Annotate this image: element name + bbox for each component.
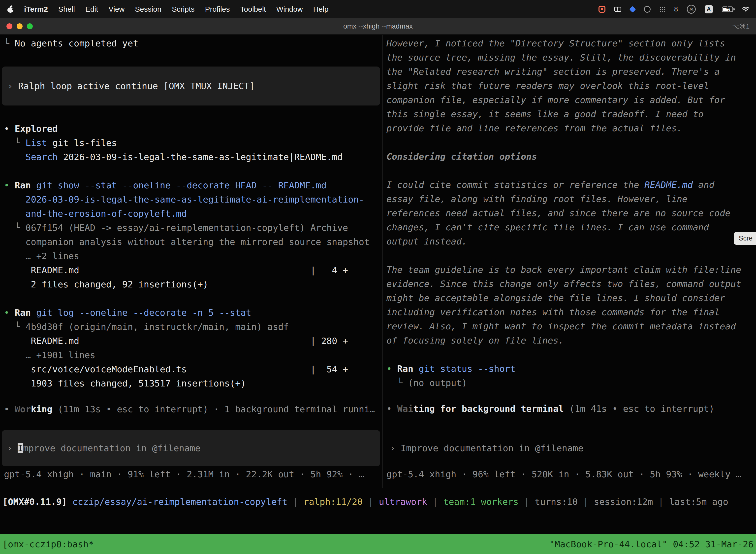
terminal-panes: └ No agents completed yet › Ralph loop a…	[0, 35, 756, 488]
terminal-line	[382, 135, 756, 150]
terminal-line: • Ran git status --short	[382, 362, 756, 376]
blue-app-icon[interactable]	[629, 6, 636, 13]
text-segment: Ralph loop active continue [OMX_TMUX_INJ…	[18, 81, 255, 91]
terminal-line: the "Related research writing" section i…	[382, 64, 756, 79]
text-segment: gpt-5.4 xhigh · main · 91% left · 2.31M …	[4, 469, 364, 479]
zoom-button[interactable]	[27, 23, 33, 29]
wifi-icon[interactable]	[742, 6, 750, 12]
text-segment: 1903 files changed, 513517 insertions(+)	[4, 378, 246, 388]
terminal-line	[0, 50, 382, 64]
text-segment: Ran	[15, 308, 31, 318]
text-segment: king	[31, 404, 52, 414]
terminal-line: Search 2026-03-09-is-legal-the-same-as-l…	[0, 150, 382, 164]
text-segment: review. Also, I might want to inspect th…	[386, 321, 736, 331]
right-terminal-pane[interactable]: However, I noticed the "Directory Struct…	[382, 35, 756, 488]
terminal-line: and-the-erosion-of-copyleft.md	[0, 207, 382, 221]
text-segment	[31, 308, 36, 318]
dark-app-icon[interactable]	[644, 6, 650, 13]
terminal-line: … +2 lines	[0, 249, 382, 263]
screen-share-edge-button[interactable]: Scre	[734, 232, 756, 245]
text-segment: including verification notes with those …	[386, 307, 720, 317]
text-segment: cczip/essay/ai-reimplementation-copyleft	[72, 497, 288, 507]
text-segment	[564, 403, 569, 414]
right-pane-output: However, I noticed the "Directory Struct…	[382, 36, 756, 390]
text-segment: ›	[7, 443, 18, 453]
terminal-line: … +1901 lines	[0, 348, 382, 362]
terminal-line: └ List git ls-files	[0, 136, 382, 150]
text-segment: README.md	[4, 265, 310, 275]
battery-icon[interactable]	[722, 6, 733, 12]
terminal-line: 2026-03-09-is-legal-the-same-as-legitima…	[0, 192, 382, 207]
terminal-line: this single essay, it seems like a good …	[382, 107, 756, 121]
right-session-status: gpt-5.4 xhigh · 96% left · 520K in · 5.8…	[382, 467, 756, 481]
inject-banner: › Ralph loop active continue [OMX_TMUX_I…	[2, 66, 380, 106]
left-prompt-text: › Improve documentation in @filename	[3, 441, 378, 455]
terminal-line: might be acceptable alongside the file l…	[382, 291, 756, 305]
text-segment: |	[427, 497, 443, 507]
text-segment: Explored	[15, 124, 58, 134]
left-prompt-input[interactable]: › Improve documentation in @filename	[2, 430, 380, 466]
text-segment: Search	[25, 152, 58, 162]
menu-item-session[interactable]: Session	[130, 5, 167, 13]
terminal-line: essay file, along with finding root file…	[382, 192, 756, 206]
window-tiling-icon[interactable]	[614, 7, 621, 12]
left-pane-output: └ No agents completed yet › Ralph loop a…	[0, 36, 382, 390]
terminal-line	[382, 248, 756, 263]
text-segment: and	[693, 180, 714, 190]
terminal-line: I could cite commit statistics or refere…	[382, 178, 756, 192]
menu-item-edit[interactable]: Edit	[80, 5, 104, 13]
text-segment: └	[4, 38, 15, 48]
window-title-bar[interactable]: omx --xhigh --madmax ⌥⌘1	[0, 18, 756, 35]
minimize-button[interactable]	[17, 23, 22, 29]
apple-menu-icon[interactable]	[7, 6, 13, 13]
text-segment: ›	[7, 81, 18, 91]
text-segment: Wai	[397, 403, 413, 414]
right-prompt-input[interactable]: › Improve documentation in @filename	[385, 430, 754, 466]
text-segment: |	[288, 497, 304, 507]
text-segment: •	[4, 124, 15, 134]
terminal-line: • Explored	[0, 122, 382, 136]
menu-item-scripts[interactable]: Scripts	[167, 5, 200, 13]
tmux-status-bar: [omx-cczip0:bash* "MacBook-Pro-44.local"…	[0, 534, 756, 554]
text-segment: README.md	[644, 180, 693, 190]
menu-item-help[interactable]: Help	[308, 5, 334, 13]
terminal-line: review. Also, I might want to inspect th…	[382, 319, 756, 333]
terminal-line	[0, 164, 382, 178]
text-segment	[4, 195, 25, 205]
text-segment: •	[386, 403, 397, 414]
dots-grid-icon[interactable]	[659, 6, 665, 12]
terminal-line: 2 files changed, 92 insertions(+)	[0, 277, 382, 291]
text-segment: of focusing solely on file lines.	[386, 335, 564, 345]
text-segment: Improve documentation in @filename	[400, 443, 583, 453]
left-terminal-pane[interactable]: └ No agents completed yet › Ralph loop a…	[0, 35, 382, 488]
terminal-line: • Ran git log --oneline --decorate -n 5 …	[0, 306, 382, 320]
stat-number-icon[interactable]: 8	[674, 5, 678, 13]
text-segment: … +2 lines	[4, 251, 79, 261]
terminal-line: evidence. Since this change only affects…	[382, 277, 756, 291]
gauge-icon[interactable]: .61	[687, 5, 696, 14]
menu-item-window[interactable]: Window	[271, 5, 308, 13]
terminal-line	[0, 291, 382, 306]
text-segment: |	[578, 497, 594, 507]
text-segment: this single essay, it seems like a good …	[386, 109, 704, 119]
text-segment: The team guideline is to back every impo…	[386, 265, 741, 275]
text-segment: provide file and line references from th…	[386, 123, 682, 133]
app-menu-items: iTerm2ShellEditViewSessionScriptsProfile…	[19, 5, 334, 13]
menu-item-iterm2[interactable]: iTerm2	[19, 5, 53, 13]
traffic-lights	[6, 23, 33, 29]
text-segment: last:5m ago	[669, 497, 728, 507]
terminal-line: Considering citation options	[382, 150, 756, 164]
text-segment: List	[25, 138, 47, 148]
menu-item-shell[interactable]: Shell	[53, 5, 80, 13]
text-segment: git show --stat --oneline --decorate HEA…	[36, 180, 326, 190]
menu-item-toolbelt[interactable]: Toolbelt	[235, 5, 271, 13]
screen-recording-icon[interactable]	[598, 6, 606, 13]
terminal-line: README.md | 4 +	[0, 263, 382, 277]
input-source-icon[interactable]: A	[705, 5, 713, 13]
terminal-line: src/voice/voiceModeEnabled.ts | 54 +	[0, 362, 382, 376]
close-button[interactable]	[6, 23, 12, 29]
text-segment: git log --oneline --decorate -n 5 --stat	[36, 308, 251, 318]
text-segment: 4b9d30f (origin/main, instructkr/main, m…	[25, 322, 289, 332]
menu-item-profiles[interactable]: Profiles	[200, 5, 235, 13]
menu-item-view[interactable]: View	[104, 5, 130, 13]
